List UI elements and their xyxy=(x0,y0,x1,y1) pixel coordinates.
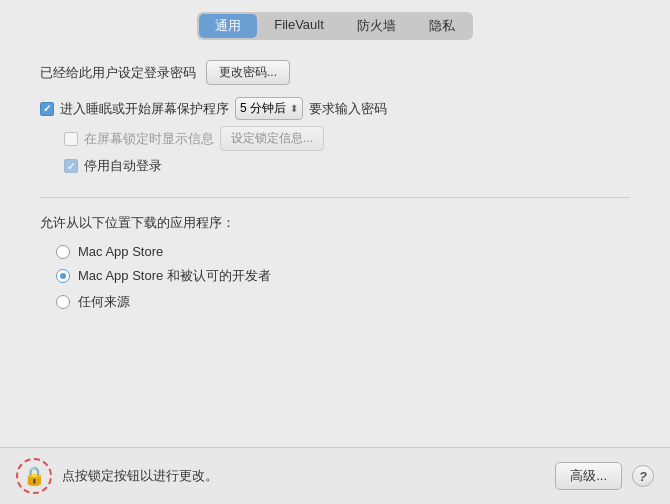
downloads-label: 允许从以下位置下载的应用程序： xyxy=(40,214,630,232)
section-divider xyxy=(40,197,630,198)
downloads-section: 允许从以下位置下载的应用程序： Mac App Store Mac App St… xyxy=(40,214,630,311)
lock-status-text: 点按锁定按钮以进行更改。 xyxy=(62,467,545,485)
lock-message-label: 在屏幕锁定时显示信息 xyxy=(84,130,214,148)
dropdown-arrow-icon: ⬍ xyxy=(290,103,298,114)
radio-mac-app-store[interactable] xyxy=(56,245,70,259)
advanced-button[interactable]: 高级... xyxy=(555,462,622,490)
lock-icon: 🔒 xyxy=(23,465,45,487)
lock-icon-container[interactable]: 🔒 xyxy=(16,458,52,494)
radio-row-mac-app-store: Mac App Store xyxy=(40,244,630,259)
change-password-button[interactable]: 更改密码... xyxy=(206,60,290,85)
auto-login-label: 停用自动登录 xyxy=(84,157,162,175)
radio-mac-app-store-developers[interactable] xyxy=(56,269,70,283)
screensaver-row: 进入睡眠或开始屏幕保护程序 5 分钟后 ⬍ 要求输入密码 xyxy=(40,97,630,120)
tab-firewall[interactable]: 防火墙 xyxy=(341,14,412,38)
screensaver-time-value: 5 分钟后 xyxy=(240,100,286,117)
tab-filevault[interactable]: FileVault xyxy=(258,14,340,38)
bottom-bar: 🔒 点按锁定按钮以进行更改。 高级... ? xyxy=(0,447,670,504)
security-preferences-window: 通用 FileVault 防火墙 隐私 已经给此用户设定登录密码 更改密码...… xyxy=(0,0,670,504)
tab-group: 通用 FileVault 防火墙 隐私 xyxy=(197,12,473,40)
radio-mac-app-store-developers-label: Mac App Store 和被认可的开发者 xyxy=(78,267,271,285)
content-area: 已经给此用户设定登录密码 更改密码... 进入睡眠或开始屏幕保护程序 5 分钟后… xyxy=(0,40,670,447)
tab-bar: 通用 FileVault 防火墙 隐私 xyxy=(0,0,670,40)
help-button[interactable]: ? xyxy=(632,465,654,487)
screensaver-label-suffix: 要求输入密码 xyxy=(309,100,387,118)
password-section: 已经给此用户设定登录密码 更改密码... xyxy=(40,60,630,85)
auto-login-row: 停用自动登录 xyxy=(40,157,630,175)
radio-mac-app-store-label: Mac App Store xyxy=(78,244,163,259)
set-lock-message-button[interactable]: 设定锁定信息... xyxy=(220,126,324,151)
password-label: 已经给此用户设定登录密码 xyxy=(40,64,196,82)
screensaver-label-prefix: 进入睡眠或开始屏幕保护程序 xyxy=(60,100,229,118)
spacer xyxy=(40,311,630,447)
tab-privacy[interactable]: 隐私 xyxy=(413,14,471,38)
lock-message-row: 在屏幕锁定时显示信息 设定锁定信息... xyxy=(40,126,630,151)
tab-general[interactable]: 通用 xyxy=(199,14,257,38)
auto-login-checkbox[interactable] xyxy=(64,159,78,173)
radio-anywhere[interactable] xyxy=(56,295,70,309)
screensaver-time-dropdown[interactable]: 5 分钟后 ⬍ xyxy=(235,97,303,120)
radio-row-anywhere: 任何来源 xyxy=(40,293,630,311)
radio-row-mac-app-store-developers: Mac App Store 和被认可的开发者 xyxy=(40,267,630,285)
radio-anywhere-label: 任何来源 xyxy=(78,293,130,311)
screensaver-checkbox[interactable] xyxy=(40,102,54,116)
lock-message-checkbox[interactable] xyxy=(64,132,78,146)
